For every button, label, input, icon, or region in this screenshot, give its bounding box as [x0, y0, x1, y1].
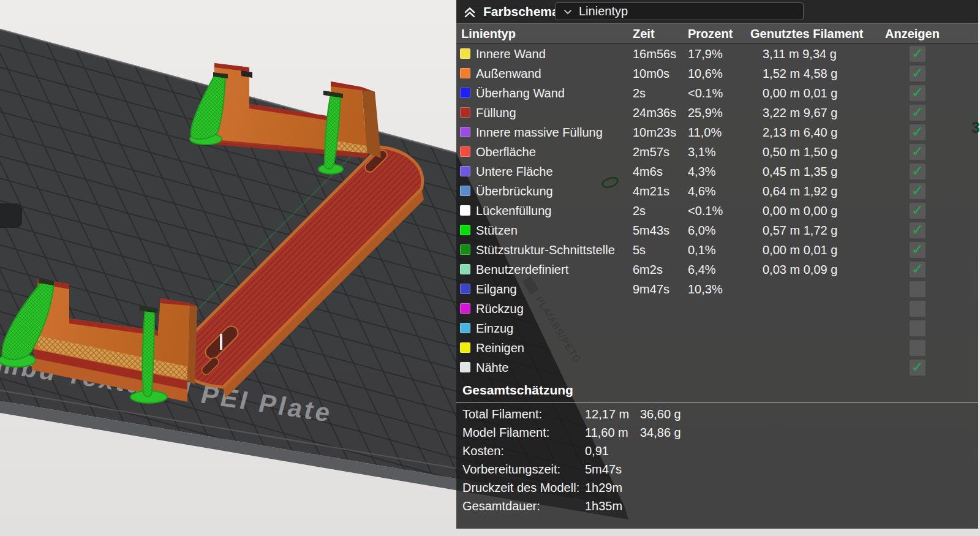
visibility-checkbox[interactable]: ✓: [910, 164, 925, 179]
line-type-row[interactable]: Überhang Wand 2s <0.1% 0,00 m 0,01 g ✓: [456, 83, 978, 103]
line-type-percent: 0,1%: [688, 243, 716, 257]
visibility-checkbox[interactable]: ✓: [910, 46, 925, 62]
visibility-checkbox[interactable]: ✓: [910, 144, 925, 160]
line-type-row[interactable]: Oberfläche 2m57s 3,1% 0,50 m 1,50 g ✓: [456, 142, 978, 162]
summary-label: Gesamtdauer:: [462, 499, 540, 513]
line-type-percent: 6,0%: [688, 224, 716, 238]
checkmark-icon: ✓: [911, 242, 924, 257]
line-type-percent: 11,0%: [688, 126, 722, 140]
color-scheme-panel: Farbschema Linientyp Linientyp Zeit Proz…: [456, 0, 978, 529]
summary-label: Kosten:: [462, 444, 504, 458]
visibility-checkbox[interactable]: ✓: [910, 360, 925, 376]
summary-row: Vorbereitungszeit: 5m47s: [456, 460, 978, 478]
line-type-color-swatch: [460, 342, 470, 353]
line-type-percent: 25,9%: [688, 106, 723, 120]
line-type-row[interactable]: Nähte ✓: [456, 358, 978, 377]
line-type-color-swatch: [460, 107, 470, 118]
line-type-row[interactable]: Einzug: [456, 319, 978, 338]
visibility-checkbox[interactable]: [910, 301, 925, 317]
line-type-row[interactable]: Überbrückung 4m21s 4,6% 0,64 m 1,92 g ✓: [456, 181, 978, 201]
checkmark-icon: ✓: [911, 85, 924, 100]
line-type-row[interactable]: Rückzug: [456, 299, 978, 319]
visibility-checkbox[interactable]: ✓: [910, 183, 925, 199]
line-type-time: 4m6s: [633, 165, 663, 179]
chevron-down-icon: [562, 6, 574, 18]
visibility-checkbox[interactable]: ✓: [910, 85, 925, 101]
summary-label: Druckzeit des Modell:: [462, 481, 579, 495]
visibility-checkbox[interactable]: ✓: [910, 242, 925, 258]
line-type-row[interactable]: Reinigen: [456, 338, 978, 358]
line-type-percent: <0.1%: [688, 204, 723, 218]
line-type-color-swatch: [460, 127, 470, 137]
line-type-color-swatch: [460, 264, 470, 274]
line-type-row[interactable]: Innere massive Füllung 10m23s 11,0% 2,13…: [456, 123, 978, 142]
checkmark-icon: ✓: [911, 144, 924, 159]
line-type-color-swatch: [460, 205, 470, 216]
line-type-time: 16m56s: [633, 47, 676, 61]
line-type-label: Einzug: [476, 322, 513, 336]
line-type-row[interactable]: Lückenfüllung 2s <0.1% 0,00 m 0,00 g ✓: [456, 201, 978, 221]
line-type-percent: 3,1%: [688, 145, 716, 159]
line-type-color-swatch: [460, 284, 470, 294]
summary-value: 1h35m: [585, 499, 622, 513]
line-type-filament: 0,64 m 1,92 g: [763, 184, 837, 198]
line-type-color-swatch: [460, 146, 470, 157]
line-type-percent: 17,9%: [688, 47, 723, 61]
line-type-filament: 0,00 m 0,01 g: [763, 86, 837, 100]
line-type-label: Stützen: [476, 224, 518, 238]
line-type-time: 5m43s: [633, 224, 669, 238]
line-type-label: Innere massive Füllung: [476, 126, 603, 140]
visibility-checkbox[interactable]: ✓: [910, 66, 925, 81]
line-type-row[interactable]: Außenwand 10m0s 10,6% 1,52 m 4,58 g ✓: [456, 64, 978, 83]
checkmark-icon: ✓: [911, 46, 924, 61]
line-type-time: 2s: [633, 204, 646, 218]
visibility-checkbox[interactable]: ✓: [910, 222, 925, 238]
line-type-row[interactable]: Untere Fläche 4m6s 4,3% 0,45 m 1,35 g ✓: [456, 162, 978, 181]
visibility-checkbox[interactable]: ✓: [910, 105, 925, 121]
line-type-filament: 0,57 m 1,72 g: [763, 224, 837, 238]
visibility-checkbox[interactable]: [910, 281, 925, 297]
line-type-table: Innere Wand 16m56s 17,9% 3,11 m 9,34 g ✓…: [456, 44, 978, 377]
line-type-label: Überbrückung: [476, 184, 553, 198]
visibility-checkbox[interactable]: ✓: [910, 124, 925, 140]
line-type-percent: 10,6%: [688, 67, 723, 81]
app-window: Bambu Textured PEI Plate PLA/ABS/PETG: [0, 0, 980, 536]
line-type-row[interactable]: Innere Wand 16m56s 17,9% 3,11 m 9,34 g ✓: [456, 44, 978, 64]
line-type-filament: 0,00 m 0,01 g: [763, 243, 837, 257]
line-type-time: 9m47s: [633, 282, 669, 296]
summary-value: 11,60 m: [585, 426, 628, 440]
line-type-percent: 4,6%: [688, 184, 716, 198]
line-type-time: 6m2s: [633, 263, 663, 277]
summary-divider: [456, 402, 978, 402]
collapse-panel-button[interactable]: [461, 3, 478, 20]
line-type-row[interactable]: Stützen 5m43s 6,0% 0,57 m 1,72 g ✓: [456, 221, 978, 240]
summary-value-2: 36,60 g: [640, 407, 681, 421]
checkmark-icon: ✓: [911, 124, 924, 139]
visibility-checkbox[interactable]: ✓: [910, 262, 925, 277]
visibility-checkbox[interactable]: [910, 320, 925, 336]
line-type-row[interactable]: Füllung 24m36s 25,9% 3,22 m 9,67 g ✓: [456, 103, 978, 123]
line-type-time: 10m0s: [633, 67, 669, 81]
line-type-color-swatch: [460, 166, 470, 176]
line-type-label: Lückenfüllung: [476, 204, 551, 218]
plate-handle-tab: [0, 203, 22, 228]
view-type-dropdown[interactable]: Linientyp: [555, 2, 804, 20]
line-type-row[interactable]: Stützstruktur-Schnittstelle 5s 0,1% 0,00…: [456, 240, 978, 260]
line-type-label: Oberfläche: [476, 145, 536, 159]
line-type-percent: 6,4%: [688, 263, 716, 277]
line-type-color-swatch: [460, 362, 470, 372]
line-type-time: 2s: [633, 86, 646, 100]
line-type-label: Außenwand: [476, 67, 541, 81]
line-type-label: Benutzerdefiniert: [476, 263, 568, 277]
checkmark-icon: ✓: [911, 222, 924, 237]
col-header-prozent: Prozent: [688, 26, 733, 40]
visibility-checkbox[interactable]: [910, 340, 925, 356]
line-type-row[interactable]: Benutzerdefiniert 6m2s 6,4% 0,03 m 0,09 …: [456, 260, 978, 279]
line-type-label: Reinigen: [476, 341, 524, 355]
summary-label: Total Filament:: [462, 407, 542, 421]
line-type-percent: 10,3%: [688, 282, 723, 296]
line-type-row[interactable]: Eilgang 9m47s 10,3%: [456, 279, 978, 299]
checkmark-icon: ✓: [911, 360, 924, 374]
visibility-checkbox[interactable]: ✓: [910, 203, 925, 219]
double-chevron-up-icon: [462, 4, 477, 19]
